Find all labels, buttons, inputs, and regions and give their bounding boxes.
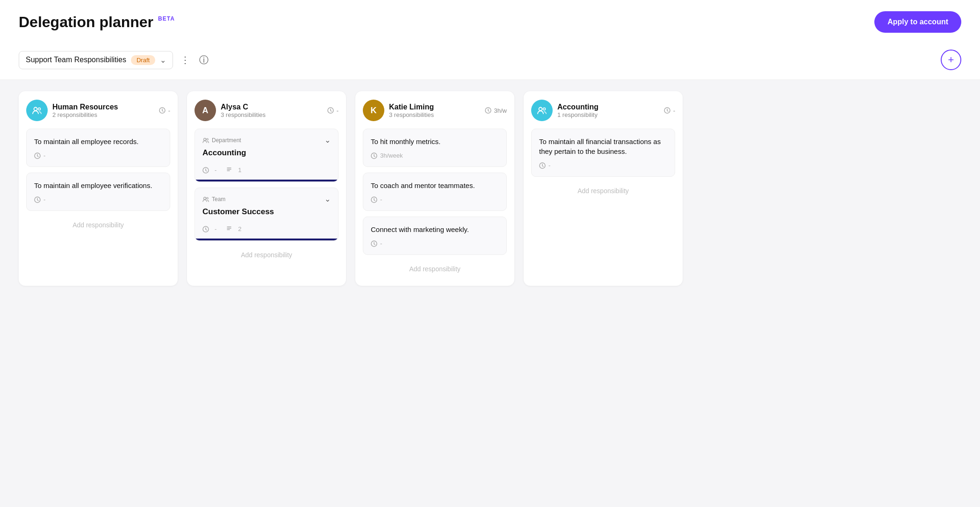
avatar bbox=[26, 100, 48, 121]
card-text: To hit monthly metrics. bbox=[371, 137, 499, 146]
group-type-label: Department bbox=[212, 137, 241, 144]
card-text: To maintain all employee verifications. bbox=[34, 181, 162, 190]
card-meta: - bbox=[34, 196, 162, 203]
card-time: - bbox=[43, 152, 45, 159]
card-text: To coach and mentor teammates. bbox=[371, 181, 499, 190]
column-time: - bbox=[673, 107, 675, 114]
group-name: Customer Success bbox=[195, 207, 338, 221]
responsibility-card: To hit monthly metrics. 3h/week bbox=[363, 129, 507, 167]
card-time: 3h/week bbox=[380, 152, 403, 159]
plan-name: Support Team Responsibilities bbox=[26, 56, 126, 64]
svg-point-6 bbox=[204, 138, 206, 140]
group-type-label: Team bbox=[212, 196, 225, 203]
add-column-button[interactable]: + bbox=[941, 50, 961, 70]
group-card-header: Team⌄ bbox=[195, 188, 338, 207]
board: Human Resources2 responsibilities -To ma… bbox=[0, 80, 980, 297]
column-alysa: AAlysa C3 responsibilities - Department⌄… bbox=[187, 91, 346, 286]
svg-point-13 bbox=[207, 197, 209, 199]
header-left: Delegation planner BETA bbox=[19, 14, 175, 31]
svg-point-12 bbox=[204, 197, 206, 199]
apply-to-account-button[interactable]: Apply to account bbox=[874, 11, 961, 33]
card-meta: - bbox=[539, 162, 667, 169]
card-time: - bbox=[548, 162, 550, 169]
svg-point-1 bbox=[38, 108, 41, 110]
group-card: Team⌄Customer Success - 2 bbox=[195, 188, 339, 241]
card-time: - bbox=[43, 196, 45, 203]
column-header-left: KKatie Liming3 responsibilities bbox=[363, 100, 434, 121]
column-subtitle: 3 responsibilities bbox=[389, 111, 434, 118]
card-text: To maintain all financial transactions a… bbox=[539, 137, 667, 156]
page-title: Delegation planner bbox=[19, 14, 153, 31]
svg-point-22 bbox=[539, 108, 542, 111]
group-time: - bbox=[215, 167, 216, 174]
group-card-footer: - 1 bbox=[195, 162, 338, 180]
group-time: - bbox=[215, 225, 216, 232]
draft-badge: Draft bbox=[131, 55, 155, 65]
column-header: KKatie Liming3 responsibilities 3h/w bbox=[363, 100, 507, 121]
card-meta: - bbox=[371, 240, 499, 247]
responsibility-card: To coach and mentor teammates. - bbox=[363, 173, 507, 211]
group-type: Department bbox=[202, 137, 241, 144]
chevron-down-icon: ⌄ bbox=[160, 56, 166, 65]
column-header: AAlysa C3 responsibilities - bbox=[195, 100, 339, 121]
column-header: Accounting1 responsibility - bbox=[531, 100, 675, 121]
column-time: - bbox=[168, 107, 170, 114]
svg-point-7 bbox=[207, 138, 209, 140]
group-bar bbox=[195, 239, 338, 240]
card-time: - bbox=[380, 196, 382, 203]
plan-selector[interactable]: Support Team Responsibilities Draft ⌄ bbox=[19, 51, 173, 69]
responsibility-card: Connect with marketing weekly. - bbox=[363, 217, 507, 255]
column-name: Accounting bbox=[557, 103, 598, 111]
column-name: Alysa C bbox=[221, 103, 266, 111]
avatar: K bbox=[363, 100, 384, 121]
page-header: Delegation planner BETA Apply to account bbox=[0, 0, 980, 40]
column-header-right: - bbox=[159, 107, 170, 114]
avatar: A bbox=[195, 100, 216, 121]
column-subtitle: 2 responsibilities bbox=[52, 111, 118, 118]
beta-badge: BETA bbox=[158, 15, 175, 22]
column-time: 3h/w bbox=[494, 107, 507, 114]
group-name: Accounting bbox=[195, 148, 338, 162]
column-header-right: - bbox=[664, 107, 675, 114]
add-responsibility-button[interactable]: Add responsibility bbox=[531, 182, 675, 199]
column-header-right: - bbox=[327, 107, 339, 114]
responsibility-card: To maintain all financial transactions a… bbox=[531, 129, 675, 177]
group-count: 1 bbox=[238, 167, 241, 174]
chevron-down-icon[interactable]: ⌄ bbox=[324, 136, 331, 145]
column-name: Katie Liming bbox=[389, 103, 434, 111]
card-meta: - bbox=[34, 152, 162, 159]
toolbar-left: Support Team Responsibilities Draft ⌄ ⋮ … bbox=[19, 51, 210, 69]
column-subtitle: 1 responsibility bbox=[557, 111, 598, 118]
column-subtitle: 3 responsibilities bbox=[221, 111, 266, 118]
column-header-left: Accounting1 responsibility bbox=[531, 100, 598, 121]
card-meta: 3h/week bbox=[371, 152, 499, 159]
card-time: - bbox=[380, 240, 382, 247]
info-button[interactable]: ⓘ bbox=[197, 52, 210, 68]
svg-point-23 bbox=[543, 108, 546, 110]
group-card-footer: - 2 bbox=[195, 221, 338, 239]
group-bar bbox=[195, 180, 338, 181]
more-options-button[interactable]: ⋮ bbox=[179, 52, 192, 67]
responsibility-card: To maintain all employee verifications. … bbox=[26, 173, 170, 211]
add-responsibility-button[interactable]: Add responsibility bbox=[195, 246, 339, 263]
chevron-down-icon[interactable]: ⌄ bbox=[324, 195, 331, 203]
column-hr: Human Resources2 responsibilities -To ma… bbox=[19, 91, 178, 286]
group-type: Team bbox=[202, 196, 225, 203]
column-accounting: Accounting1 responsibility -To maintain … bbox=[524, 91, 683, 286]
responsibility-card: To maintain all employee records. - bbox=[26, 129, 170, 167]
card-meta: - bbox=[371, 196, 499, 203]
group-card-header: Department⌄ bbox=[195, 129, 338, 148]
card-text: Connect with marketing weekly. bbox=[371, 225, 499, 234]
group-count: 2 bbox=[238, 225, 241, 232]
column-katie: KKatie Liming3 responsibilities 3h/wTo h… bbox=[355, 91, 514, 286]
card-text: To maintain all employee records. bbox=[34, 137, 162, 146]
svg-point-0 bbox=[34, 108, 37, 111]
column-header-right: 3h/w bbox=[485, 107, 507, 114]
column-time: - bbox=[337, 107, 339, 114]
add-responsibility-button[interactable]: Add responsibility bbox=[26, 217, 170, 233]
column-name: Human Resources bbox=[52, 103, 118, 111]
column-header-left: AAlysa C3 responsibilities bbox=[195, 100, 266, 121]
avatar bbox=[531, 100, 553, 121]
add-responsibility-button[interactable]: Add responsibility bbox=[363, 261, 507, 277]
toolbar: Support Team Responsibilities Draft ⌄ ⋮ … bbox=[0, 40, 980, 80]
